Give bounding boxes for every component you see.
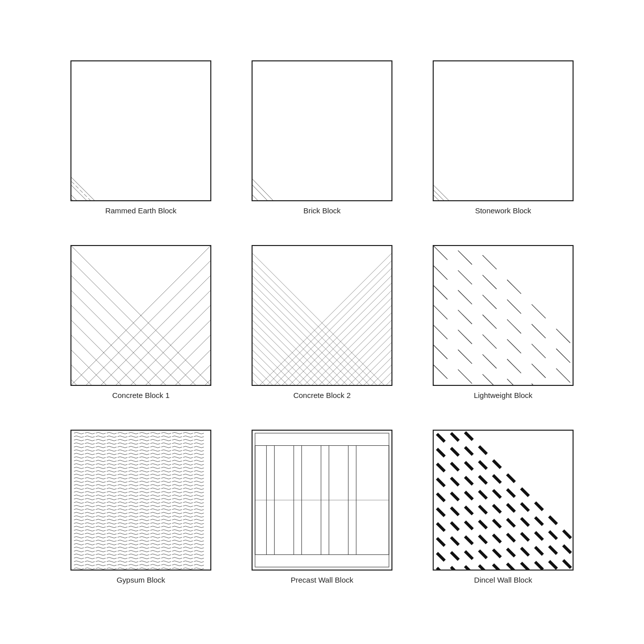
- svg-line-166: [253, 246, 391, 385]
- block-item-dincel: Dincel Wall Block: [433, 430, 574, 584]
- block-label-stonework: Stonework Block: [475, 206, 531, 215]
- svg-line-151: [253, 246, 391, 385]
- svg-line-152: [253, 246, 391, 385]
- svg-line-40: [253, 115, 391, 200]
- svg-line-70: [434, 170, 573, 200]
- svg-line-161: [253, 246, 391, 385]
- block-item-gypsum: Gypsum Block: [70, 430, 211, 584]
- block-canvas-rammed-earth: [70, 60, 211, 201]
- svg-line-190: [434, 281, 573, 385]
- svg-line-178: [253, 315, 391, 385]
- svg-line-111: [71, 330, 210, 384]
- svg-line-130: [253, 246, 391, 385]
- svg-line-163: [253, 246, 391, 385]
- svg-line-174: [253, 285, 391, 384]
- svg-line-108: [71, 285, 210, 384]
- svg-line-34: [253, 67, 391, 200]
- svg-line-63: [434, 106, 573, 200]
- svg-line-3: [71, 79, 200, 200]
- svg-line-147: [253, 352, 391, 384]
- svg-line-106: [71, 256, 210, 384]
- block-label-concrete1: Concrete Block 1: [112, 391, 170, 399]
- svg-line-191: [434, 300, 573, 385]
- svg-line-4: [71, 89, 200, 200]
- svg-line-9: [71, 115, 200, 200]
- svg-line-37: [253, 89, 391, 200]
- svg-line-42: [253, 131, 391, 200]
- svg-line-173: [253, 278, 391, 385]
- svg-line-145: [253, 338, 391, 385]
- svg-line-46: [253, 163, 391, 200]
- svg-line-144: [253, 330, 391, 384]
- svg-line-154: [253, 246, 391, 385]
- svg-line-196: [434, 246, 573, 370]
- svg-line-125: [253, 246, 391, 385]
- svg-line-170: [253, 256, 391, 384]
- svg-line-167: [253, 246, 391, 385]
- svg-line-72: [434, 180, 573, 200]
- svg-line-26: [71, 61, 200, 200]
- svg-line-87: [71, 256, 210, 384]
- svg-line-141: [253, 308, 391, 385]
- svg-line-195: [434, 246, 573, 385]
- svg-line-1: [71, 71, 200, 200]
- pattern-grid: Rammed Earth Block: [50, 40, 594, 604]
- svg-line-172: [253, 271, 391, 385]
- svg-line-118: [253, 246, 391, 385]
- svg-line-128: [253, 246, 391, 385]
- svg-line-95: [71, 375, 210, 385]
- svg-line-184: [253, 360, 391, 384]
- svg-line-107: [71, 271, 210, 385]
- svg-line-115: [253, 246, 391, 385]
- svg-line-10: [71, 125, 200, 200]
- svg-line-52: [253, 61, 391, 200]
- svg-line-124: [253, 246, 391, 385]
- svg-line-47: [253, 168, 391, 200]
- block-item-stonework: Stonework Block: [433, 60, 574, 215]
- svg-line-88: [71, 271, 210, 385]
- block-item-rammed-earth: Rammed Earth Block: [70, 60, 211, 215]
- block-canvas-gypsum: [70, 430, 211, 571]
- svg-line-71: [434, 175, 573, 200]
- svg-line-45: [253, 152, 391, 200]
- svg-line-110: [71, 315, 210, 385]
- svg-line-132: [253, 246, 391, 385]
- svg-rect-0: [71, 61, 210, 200]
- svg-line-133: [253, 248, 391, 384]
- svg-rect-114: [253, 246, 391, 385]
- svg-line-7: [71, 107, 200, 200]
- svg-line-92: [71, 330, 210, 384]
- svg-line-159: [253, 246, 391, 385]
- svg-line-61: [434, 96, 573, 200]
- svg-line-30: [71, 61, 200, 200]
- svg-line-18: [71, 168, 200, 200]
- svg-line-120: [253, 246, 391, 385]
- svg-line-140: [253, 300, 391, 385]
- svg-line-38: [253, 99, 391, 200]
- svg-line-160: [253, 246, 391, 385]
- svg-line-6: [71, 97, 200, 200]
- svg-line-148: [253, 360, 391, 384]
- svg-line-94: [71, 360, 210, 384]
- svg-line-33: [253, 61, 391, 200]
- svg-line-50: [253, 194, 391, 200]
- svg-line-8: [71, 111, 200, 200]
- svg-line-116: [253, 246, 391, 385]
- svg-line-180: [253, 330, 391, 384]
- svg-line-39: [253, 105, 391, 200]
- svg-line-169: [253, 248, 391, 384]
- svg-rect-197: [71, 431, 210, 570]
- svg-line-5: [71, 93, 200, 200]
- svg-line-123: [253, 246, 391, 385]
- svg-line-53: [253, 61, 391, 200]
- block-label-gypsum: Gypsum Block: [117, 576, 166, 584]
- svg-line-179: [253, 323, 391, 384]
- svg-line-142: [253, 315, 391, 385]
- svg-line-136: [253, 271, 391, 385]
- svg-line-69: [434, 155, 573, 200]
- svg-line-36: [253, 83, 391, 200]
- svg-line-44: [253, 146, 391, 200]
- svg-line-213: [434, 431, 573, 570]
- svg-line-41: [253, 121, 391, 200]
- svg-line-156: [253, 246, 391, 385]
